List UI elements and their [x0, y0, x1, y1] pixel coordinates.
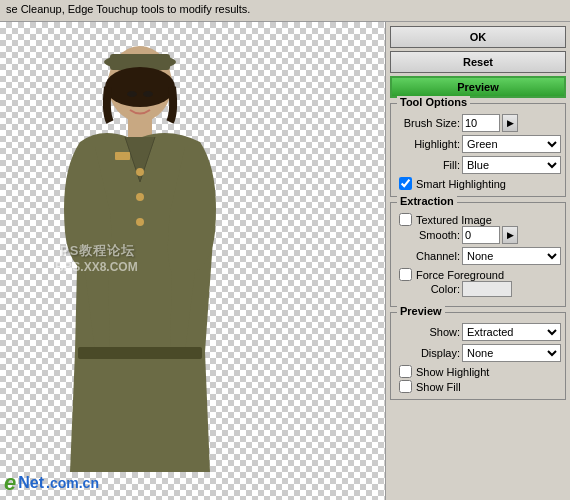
show-fill-label: Show Fill — [416, 381, 461, 393]
show-row: Show: Extracted — [395, 323, 561, 341]
display-label: Display: — [395, 347, 460, 359]
show-label: Show: — [395, 326, 460, 338]
channel-select[interactable]: None — [462, 247, 561, 265]
logo-domain-text: .com.cn — [46, 475, 99, 491]
show-highlight-row: Show Highlight — [395, 365, 561, 378]
fill-select[interactable]: Blue — [462, 156, 561, 174]
smooth-label: Smooth: — [395, 229, 460, 241]
arrow-right-icon: ▶ — [507, 118, 514, 128]
smart-highlighting-label: Smart Highlighting — [416, 178, 506, 190]
show-highlight-label: Show Highlight — [416, 366, 489, 378]
show-fill-checkbox[interactable] — [399, 380, 412, 393]
ok-button[interactable]: OK — [390, 26, 566, 48]
preview-button[interactable]: Preview — [390, 76, 566, 98]
smooth-arrow-icon: ▶ — [507, 230, 514, 240]
smart-highlighting-checkbox[interactable] — [399, 177, 412, 190]
main-layout: PS教程论坛 BBS.XX8.COM e Net .com.cn OK Rese… — [0, 22, 570, 500]
svg-point-5 — [136, 168, 144, 176]
svg-point-10 — [127, 91, 137, 97]
svg-point-11 — [143, 91, 153, 97]
show-highlight-checkbox[interactable] — [399, 365, 412, 378]
logo-area: e Net .com.cn — [4, 470, 99, 496]
svg-rect-4 — [78, 347, 202, 359]
tool-options-section: Tool Options Brush Size: ▶ Highlight: Gr… — [390, 103, 566, 197]
textured-image-row: Textured Image — [395, 213, 561, 226]
instruction-bar: se Cleanup, Edge Touchup tools to modify… — [0, 0, 570, 22]
brush-size-label: Brush Size: — [395, 117, 460, 129]
brush-size-increment[interactable]: ▶ — [502, 114, 518, 132]
logo-net-text: Net — [18, 474, 44, 492]
channel-label: Channel: — [395, 250, 460, 262]
reset-button[interactable]: Reset — [390, 51, 566, 73]
highlight-select[interactable]: Green — [462, 135, 561, 153]
right-panel: OK Reset Preview Tool Options Brush Size… — [385, 22, 570, 500]
logo-e-letter: e — [4, 470, 16, 496]
smart-highlighting-row: Smart Highlighting — [395, 177, 561, 190]
instruction-text: se Cleanup, Edge Touchup tools to modify… — [6, 3, 250, 15]
color-swatch[interactable] — [462, 281, 512, 297]
svg-rect-3 — [128, 117, 152, 137]
textured-image-label: Textured Image — [416, 214, 492, 226]
tool-options-title: Tool Options — [397, 96, 470, 108]
highlight-row: Highlight: Green — [395, 135, 561, 153]
fill-label: Fill: — [395, 159, 460, 171]
preview-section: Preview Show: Extracted Display: None — [390, 312, 566, 400]
canvas-area: PS教程论坛 BBS.XX8.COM e Net .com.cn — [0, 22, 385, 500]
svg-point-6 — [136, 193, 144, 201]
channel-row: Channel: None — [395, 247, 561, 265]
svg-point-9 — [105, 67, 175, 107]
extraction-content: Textured Image Smooth: ▶ Channel: None — [395, 213, 561, 297]
brush-size-input[interactable] — [462, 114, 500, 132]
force-fg-label: Force Foreground — [416, 269, 504, 281]
fill-row: Fill: Blue — [395, 156, 561, 174]
svg-point-7 — [136, 218, 144, 226]
highlight-label: Highlight: — [395, 138, 460, 150]
action-buttons: OK Reset Preview — [390, 26, 566, 98]
display-row: Display: None — [395, 344, 561, 362]
color-label: Color: — [395, 283, 460, 295]
color-row: Color: — [395, 281, 561, 297]
subject-figure — [30, 32, 250, 472]
extraction-section: Extraction Textured Image Smooth: ▶ — [390, 202, 566, 307]
tool-options-content: Brush Size: ▶ Highlight: Green Fill: — [395, 114, 561, 190]
show-fill-row: Show Fill — [395, 380, 561, 393]
preview-content: Show: Extracted Display: None Show Highl… — [395, 323, 561, 393]
smooth-row: Smooth: ▶ — [395, 226, 561, 244]
show-select[interactable]: Extracted — [462, 323, 561, 341]
preview-section-title: Preview — [397, 305, 445, 317]
smooth-input[interactable] — [462, 226, 500, 244]
force-fg-checkbox[interactable] — [399, 268, 412, 281]
smooth-increment[interactable]: ▶ — [502, 226, 518, 244]
svg-rect-8 — [115, 152, 130, 160]
textured-image-checkbox[interactable] — [399, 213, 412, 226]
extraction-title: Extraction — [397, 195, 457, 207]
brush-size-row: Brush Size: ▶ — [395, 114, 561, 132]
display-select[interactable]: None — [462, 344, 561, 362]
force-fg-row: Force Foreground — [395, 268, 561, 281]
